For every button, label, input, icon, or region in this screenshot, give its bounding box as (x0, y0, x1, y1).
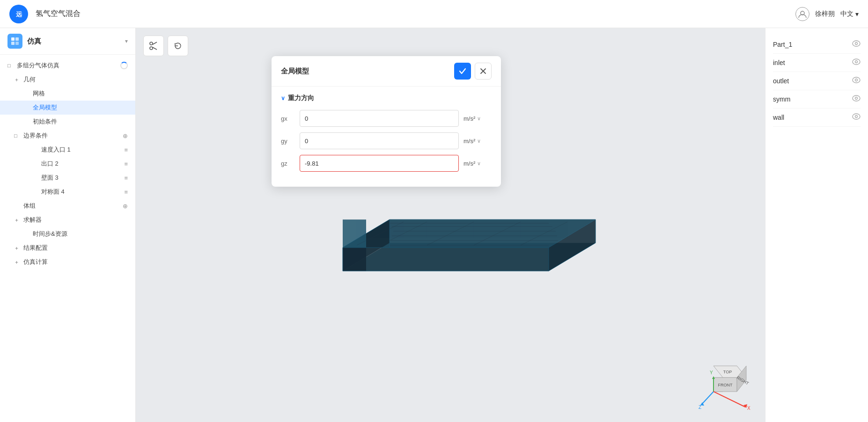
input-gx[interactable] (300, 110, 459, 127)
menu-icon[interactable]: ≡ (124, 189, 128, 196)
svg-point-58 (853, 114, 860, 119)
unit-chevron-gy[interactable]: ∨ (477, 138, 481, 144)
sidebar-header: 仿真 ▾ (0, 28, 135, 55)
visibility-icon-symm[interactable] (852, 95, 861, 103)
language-selector[interactable]: 中文 ▾ (840, 10, 859, 18)
svg-point-57 (855, 97, 858, 100)
menu-icon[interactable]: ≡ (124, 160, 128, 167)
section-header-gravity: ∨ 重力方向 (281, 94, 492, 102)
sidebar-item-label: 网格 (33, 89, 128, 98)
svg-point-55 (855, 79, 858, 81)
form-row-gz: gz m/s² ∨ (281, 155, 492, 172)
user-avatar (795, 7, 809, 21)
add-icon[interactable]: ⊕ (123, 132, 128, 139)
dialog-confirm-button[interactable] (454, 63, 471, 80)
svg-text:X: X (747, 406, 750, 411)
sidebar-item-label: 全局模型 (33, 103, 128, 112)
unit-gx: m/s² ∨ (463, 115, 492, 122)
sidebar-item-multi-gas[interactable]: □ 多组分气体仿真 (0, 58, 135, 73)
sidebar-item-mesh[interactable]: 网格 (0, 87, 135, 101)
sidebar-item-label: 求解器 (23, 216, 128, 224)
svg-rect-4 (15, 37, 19, 41)
form-row-gy: gy m/s² ∨ (281, 132, 492, 149)
expand-icon[interactable]: ＋ (14, 245, 21, 252)
expand-icon[interactable]: ＋ (14, 259, 21, 266)
svg-text:FRONT: FRONT (718, 383, 733, 387)
menu-icon[interactable]: ≡ (124, 175, 128, 182)
expand-icon[interactable]: □ (14, 133, 21, 138)
sidebar-item-geometry[interactable]: ＋ 几何 (0, 73, 135, 87)
unit-label-gz: m/s² (463, 160, 475, 167)
sidebar-item-label: 时间步&资源 (33, 230, 128, 238)
expand-icon[interactable]: ＋ (14, 76, 21, 83)
svg-text:TOP: TOP (723, 370, 732, 374)
sidebar-item-label: 初始条件 (33, 117, 128, 126)
svg-point-53 (855, 61, 858, 63)
sidebar-item-wall[interactable]: 壁面 3 ≡ (0, 171, 135, 185)
add-icon[interactable]: ⊕ (123, 203, 128, 210)
sidebar-item-global-model[interactable]: 全局模型 (0, 101, 135, 115)
right-panel-item-inlet: inlet (773, 54, 861, 72)
svg-point-54 (853, 77, 860, 83)
dialog-close-button[interactable] (475, 63, 492, 80)
svg-point-59 (855, 116, 858, 118)
svg-marker-16 (343, 247, 366, 271)
sidebar-item-time-step[interactable]: 时间步&资源 (0, 227, 135, 241)
svg-line-9 (153, 42, 157, 44)
menu-icon[interactable]: ≡ (124, 146, 128, 153)
sidebar-item-label: 体组 (23, 202, 123, 210)
header: 远 氢气空气混合 徐梓朔 中文 ▾ (0, 0, 868, 28)
dialog-title: 全局模型 (281, 67, 309, 76)
svg-point-8 (150, 47, 153, 50)
sidebar-item-boundary-conditions[interactable]: □ 边界条件 ⊕ (0, 129, 135, 143)
section-toggle-icon[interactable]: ∨ (281, 95, 285, 102)
svg-rect-5 (11, 42, 15, 45)
sidebar-item-sim-calc[interactable]: ＋ 仿真计算 (0, 255, 135, 269)
sidebar-item-outlet[interactable]: 出口 2 ≡ (0, 157, 135, 171)
sidebar-item-label: 壁面 3 (41, 174, 124, 182)
sidebar: 仿真 ▾ □ 多组分气体仿真 ＋ 几何 网格 全局模型 (0, 28, 136, 422)
sidebar-item-velocity-inlet[interactable]: 速度入口 1 ≡ (0, 143, 135, 157)
input-gy[interactable] (300, 132, 459, 149)
visibility-icon-wall[interactable] (852, 113, 861, 122)
unit-label-gx: m/s² (463, 115, 475, 122)
loading-spinner (120, 62, 128, 69)
expand-icon[interactable]: □ (7, 63, 14, 68)
toolbar (143, 36, 188, 56)
sidebar-item-label: 出口 2 (41, 160, 124, 168)
sidebar-item-label: 多组分气体仿真 (17, 61, 120, 70)
cut-button[interactable] (143, 36, 164, 56)
axis-cube: TOP FRONT RIGHT Y Z X (695, 352, 756, 413)
sidebar-item-body-group[interactable]: 体组 ⊕ (0, 199, 135, 213)
expand-icon[interactable]: ＋ (14, 217, 21, 224)
svg-rect-3 (11, 37, 15, 41)
svg-text:Z: Z (699, 405, 701, 410)
svg-line-42 (702, 392, 714, 404)
dialog-body: ∨ 重力方向 gx m/s² ∨ gy (272, 87, 501, 187)
unit-gy: m/s² ∨ (463, 138, 492, 145)
sidebar-item-initial-conditions[interactable]: 初始条件 (0, 115, 135, 129)
header-left: 远 氢气空气混合 (9, 5, 81, 23)
user-name: 徐梓朔 (815, 10, 835, 18)
sidebar-item-solver[interactable]: ＋ 求解器 (0, 213, 135, 227)
input-gz[interactable] (300, 155, 459, 172)
svg-text:Y: Y (710, 370, 713, 375)
visibility-icon-inlet[interactable] (852, 58, 861, 67)
right-panel-item-wall: wall (773, 109, 861, 127)
right-panel-label: wall (773, 114, 784, 121)
right-panel-item-symm: symm (773, 90, 861, 109)
sidebar-chevron-icon[interactable]: ▾ (125, 38, 128, 44)
right-panel: Part_1 inlet outlet (765, 28, 868, 422)
logo: 远 (9, 5, 28, 23)
visibility-icon-part1[interactable] (852, 40, 861, 49)
visibility-icon-outlet[interactable] (852, 77, 861, 85)
sidebar-item-result-config[interactable]: ＋ 结果配置 (0, 241, 135, 255)
header-right: 徐梓朔 中文 ▾ (795, 7, 859, 21)
sidebar-tree: □ 多组分气体仿真 ＋ 几何 网格 全局模型 初始条件 (0, 55, 135, 422)
unit-chevron-gx[interactable]: ∨ (477, 116, 481, 122)
section-title: 重力方向 (288, 94, 314, 102)
reset-button[interactable] (168, 36, 188, 56)
sidebar-item-symm[interactable]: 对称面 4 ≡ (0, 185, 135, 199)
unit-chevron-gz[interactable]: ∨ (477, 160, 481, 167)
viewport: TOP FRONT RIGHT Y Z X (136, 28, 765, 422)
